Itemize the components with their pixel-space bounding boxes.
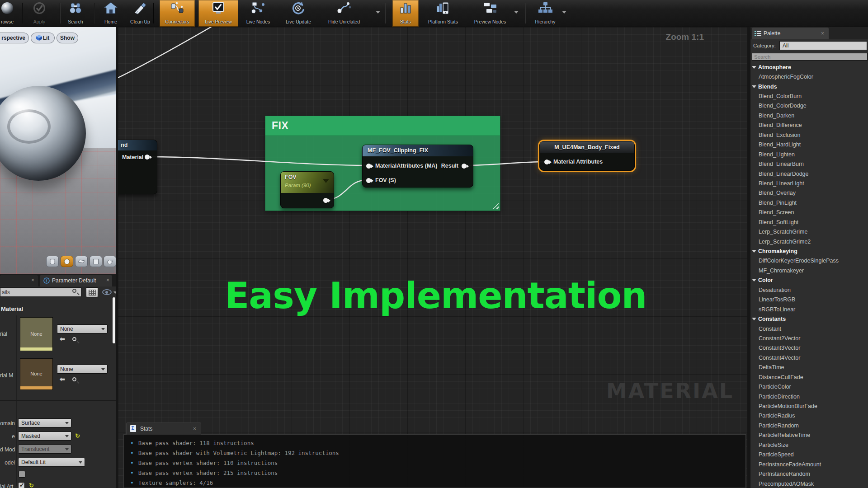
close-icon[interactable]: × — [193, 426, 196, 432]
blend-mode-dropdown[interactable]: Masked — [18, 432, 71, 441]
reset-to-default-icon[interactable]: ↺ — [75, 432, 80, 439]
use-selected-arrow-icon[interactable]: ⬅ — [60, 375, 65, 383]
comment-resize-handle[interactable] — [492, 203, 499, 209]
material-domain-dropdown[interactable]: Surface — [18, 418, 71, 427]
toolbar-item-platform-stats[interactable]: Platform Stats — [421, 0, 465, 27]
palette-category-color[interactable]: Color — [750, 276, 868, 285]
palette-item[interactable]: Blend_Overlay — [750, 188, 868, 198]
chevron-down-icon[interactable] — [562, 11, 566, 14]
use-material-attributes-checkbox[interactable] — [18, 482, 25, 488]
node-header[interactable]: FOV Param (90) — [281, 172, 334, 193]
shading-model-dropdown[interactable]: Default Lit — [18, 458, 85, 467]
palette-item[interactable]: Constant3Vector — [750, 343, 868, 353]
toolbar-item-live-nodes[interactable]: Live Nodes — [241, 0, 276, 27]
palette-item[interactable]: Constant4Vector — [750, 353, 868, 362]
reset-to-default-icon[interactable]: ↺ — [29, 482, 34, 488]
texture-thumbnail[interactable]: None — [20, 317, 53, 351]
palette-item[interactable]: Blend_Darken — [750, 111, 868, 120]
palette-item[interactable]: Lerp_ScratchGrime2 — [750, 237, 868, 246]
node-m-ue4man-body-fixed[interactable]: M_UE4Man_Body_Fixed Material Attributes — [539, 141, 635, 171]
palette-item[interactable]: ParticleRandom — [750, 421, 868, 430]
lit-mode-button[interactable]: Lit — [31, 33, 55, 43]
param-dropdown[interactable]: None — [57, 365, 108, 374]
stats-tab[interactable]: Stats × — [126, 422, 201, 435]
toolbar-item-live-preview[interactable]: Live Preview — [198, 0, 238, 27]
comment-header[interactable]: FIX — [265, 116, 500, 136]
palette-item[interactable]: Blend_LinearLight — [750, 178, 868, 188]
palette-item[interactable]: Blend_SoftLight — [750, 217, 868, 227]
left-splitter[interactable] — [116, 27, 118, 488]
palette-item[interactable]: PrecomputedAOMask — [750, 479, 868, 488]
node-header[interactable]: MF_FOV_Clipping_FIX — [363, 145, 473, 156]
material-graph-canvas[interactable]: Zoom 1:1 FIX nd Material FOV Param (90) — [118, 27, 747, 488]
palette-item[interactable]: Blend_PinLight — [750, 198, 868, 207]
palette-item[interactable]: Blend_ColorBurn — [750, 91, 868, 101]
eye-icon[interactable] — [102, 289, 112, 295]
palette-item[interactable]: Blend_LinearBurn — [750, 159, 868, 169]
collapse-triangle-icon[interactable] — [752, 250, 756, 253]
toolbar-item-connectors[interactable]: Connectors — [160, 0, 195, 27]
details-scrollbar[interactable] — [113, 297, 115, 343]
palette-item[interactable]: Blend_LinearDodge — [750, 169, 868, 178]
checkbox[interactable] — [19, 471, 25, 478]
node-partial[interactable]: nd Material — [118, 140, 157, 194]
show-button[interactable]: Show — [57, 33, 78, 43]
collapse-triangle-icon[interactable] — [752, 279, 756, 282]
output-pin[interactable] — [323, 198, 328, 203]
chevron-down-icon[interactable] — [376, 11, 380, 14]
palette-item[interactable]: Blend_Difference — [750, 121, 868, 130]
details-search-input[interactable] — [0, 287, 81, 297]
preview-viewport[interactable]: rspective Lit Show — [0, 27, 118, 274]
input-pin[interactable] — [366, 178, 371, 183]
toolbar-item-search[interactable]: Search — [61, 0, 90, 27]
toolbar-item-browse[interactable]: rowse — [0, 0, 22, 27]
collapse-triangle-icon[interactable] — [752, 85, 756, 88]
palette-item[interactable]: DiffColorKeyerErodeSinglePass — [750, 256, 868, 266]
use-selected-arrow-icon[interactable]: ⬅ — [60, 335, 65, 343]
palette-item[interactable]: DeltaTime — [750, 363, 868, 372]
chevron-down-icon[interactable] — [323, 179, 329, 183]
palette-item[interactable]: sRGBToLinear — [750, 305, 868, 314]
palette-item[interactable]: PerInstanceRandom — [750, 469, 868, 479]
palette-item[interactable]: Constant2Vector — [750, 333, 868, 343]
texture-thumbnail[interactable]: None — [20, 358, 53, 390]
close-icon[interactable]: × — [106, 277, 109, 283]
view-options-grid-button[interactable] — [86, 287, 98, 297]
palette-item[interactable]: AtmosphericFogColor — [750, 72, 868, 81]
perspective-button[interactable]: rspective — [0, 33, 29, 43]
close-icon[interactable]: × — [31, 277, 34, 283]
palette-item[interactable]: ParticleRelativeTime — [750, 431, 868, 440]
palette-category-blends[interactable]: Blends — [750, 82, 868, 91]
node-header[interactable]: nd — [118, 140, 157, 150]
browse-asset-icon[interactable] — [72, 337, 76, 341]
palette-item[interactable]: Blend_Exclusion — [750, 130, 868, 140]
tab-palette[interactable]: Palette × — [752, 28, 829, 39]
palette-item[interactable]: ParticleMotionBlurFade — [750, 401, 868, 411]
preview-shape-mesh-button[interactable] — [104, 256, 116, 267]
palette-category-constants[interactable]: Constants — [750, 314, 868, 324]
toolbar-item-home[interactable]: Home — [97, 0, 124, 27]
param-dropdown[interactable]: None — [57, 324, 108, 333]
palette-item[interactable]: DistanceCullFade — [750, 372, 868, 382]
palette-item[interactable]: Blend_HardLight — [750, 140, 868, 150]
palette-item[interactable]: ParticleSize — [750, 440, 868, 450]
preview-shape-plane-button[interactable] — [75, 256, 88, 267]
palette-category-chromakeying[interactable]: Chromakeying — [750, 246, 868, 256]
toolbar-item-live-update[interactable]: Live Update — [280, 0, 316, 27]
output-pin[interactable] — [462, 164, 467, 169]
palette-item[interactable]: MF_Chromakeyer — [750, 266, 868, 275]
palette-category-atmosphere[interactable]: Atmosphere — [750, 62, 868, 72]
palette-item[interactable]: PerInstanceFadeAmount — [750, 460, 868, 469]
node-mf-fov-clipping-fix[interactable]: MF_FOV_Clipping_FIX MaterialAttributes (… — [362, 145, 473, 188]
preview-shape-cylinder-button[interactable] — [46, 256, 59, 267]
palette-item[interactable]: Blend_Lighten — [750, 150, 868, 159]
chevron-down-icon[interactable] — [514, 11, 519, 14]
preview-shape-sphere-button[interactable] — [61, 256, 73, 267]
tab-parameter-default[interactable]: i Parameter Default × — [40, 275, 112, 286]
browse-asset-icon[interactable] — [72, 377, 76, 381]
collapse-triangle-icon[interactable] — [752, 66, 756, 69]
palette-item[interactable]: ParticleRadius — [750, 411, 868, 421]
input-pin[interactable] — [544, 160, 549, 164]
toolbar-item-cleanup[interactable]: Clean Up — [124, 0, 156, 27]
palette-item[interactable]: ParticleColor — [750, 382, 868, 391]
